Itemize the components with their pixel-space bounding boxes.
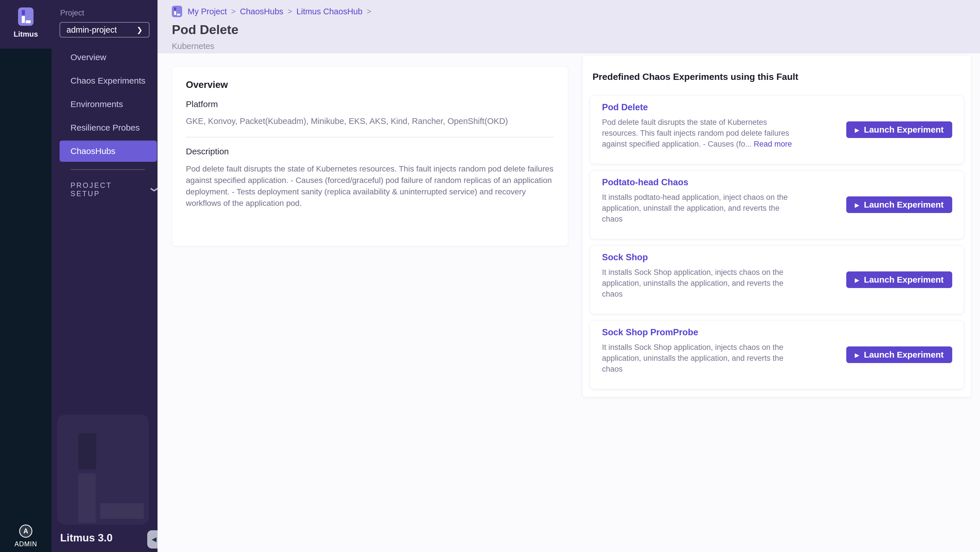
- page-title: Pod Delete: [172, 22, 980, 37]
- avatar-label: ADMIN: [14, 540, 37, 548]
- experiment-title-link[interactable]: Pod Delete: [602, 102, 800, 113]
- overview-divider: [186, 137, 554, 137]
- description-label: Description: [186, 146, 554, 156]
- sidebar: Project admin-project ❯ OverviewChaos Ex…: [51, 0, 158, 552]
- sidebar-item-label: Overview: [70, 52, 106, 62]
- play-icon: ▶: [855, 202, 859, 208]
- left-rail: Litmus A ADMIN: [0, 0, 51, 552]
- fault-description: Pod delete fault disrupts the state of K…: [186, 163, 554, 209]
- logo-horizontal-bar: [26, 20, 31, 23]
- app-root: Litmus A ADMIN Project admin-project ❯ O…: [0, 0, 980, 552]
- experiments-heading: Predefined Chaos Experiments using this …: [592, 72, 964, 82]
- rail-user-block: A ADMIN: [0, 525, 51, 548]
- experiment-card-sock-shop-promprobe: Sock Shop PromProbe It installs Sock Sho…: [590, 320, 964, 389]
- breadcrumb-litmus-icon: [172, 6, 182, 17]
- experiment-description: It installs Sock Shop application, injec…: [602, 342, 800, 374]
- sidebar-item-label: ChaosHubs: [70, 146, 115, 156]
- launch-experiment-button[interactable]: ▶ Launch Experiment: [846, 121, 952, 138]
- sidebar-item-chaos-experiments[interactable]: Chaos Experiments: [51, 69, 158, 92]
- litmus-logo-icon: [18, 8, 33, 26]
- platform-list: GKE, Konvoy, Packet(Kubeadm), Minikube, …: [186, 116, 554, 126]
- launch-button-label: Launch Experiment: [864, 275, 943, 285]
- chevron-right-icon: ❯: [137, 26, 143, 34]
- watermark-vertical-bar: [78, 474, 95, 523]
- logo-cap-shape: [22, 10, 25, 15]
- logo-vertical-bar: [22, 16, 25, 23]
- watermark-cap-shape: [78, 433, 96, 469]
- version-label: Litmus 3.0: [60, 532, 113, 544]
- experiment-description: It installs Sock Shop application, injec…: [602, 267, 800, 299]
- launch-button-label: Launch Experiment: [864, 200, 943, 210]
- litmus-watermark: [57, 415, 149, 525]
- project-setup-label: PROJECT SETUP: [70, 181, 141, 198]
- launch-experiment-button[interactable]: ▶ Launch Experiment: [846, 347, 952, 363]
- breadcrumb-link-my-project[interactable]: My Project: [188, 7, 227, 16]
- experiment-card-sock-shop: Sock Shop It installs Sock Shop applicat…: [590, 245, 964, 314]
- breadcrumb-link-litmus-chaoshub[interactable]: Litmus ChaosHub: [296, 7, 363, 16]
- sidebar-item-chaoshubs[interactable]: ChaosHubs: [60, 141, 157, 162]
- launch-button-label: Launch Experiment: [864, 125, 943, 135]
- play-icon: ▶: [855, 127, 859, 133]
- experiment-card-podtato-head-chaos: Podtato-head Chaos It installs podtato-h…: [590, 170, 964, 239]
- sidebar-divider: [70, 169, 145, 170]
- main-area: My Project>ChaosHubs>Litmus ChaosHub> Po…: [158, 0, 980, 552]
- play-icon: ▶: [855, 352, 859, 358]
- logo-label: Litmus: [13, 30, 38, 39]
- avatar[interactable]: A: [19, 525, 32, 538]
- sidebar-nav: OverviewChaos ExperimentsEnvironmentsRes…: [51, 46, 158, 162]
- avatar-letter: A: [24, 527, 29, 535]
- sidebar-item-environments[interactable]: Environments: [51, 92, 158, 116]
- breadcrumb-link-chaoshubs[interactable]: ChaosHubs: [240, 7, 283, 16]
- project-select[interactable]: admin-project ❯: [60, 22, 150, 38]
- watermark-horizontal-bar: [100, 503, 144, 519]
- sidebar-item-overview[interactable]: Overview: [51, 46, 158, 69]
- page-subtitle: Kubernetes: [172, 41, 980, 51]
- experiment-description: Pod delete fault disrupts the state of K…: [602, 117, 800, 150]
- rail-logo-block: Litmus: [0, 0, 51, 49]
- read-more-link[interactable]: Read more: [754, 140, 792, 148]
- project-select-value: admin-project: [67, 25, 117, 35]
- experiments-panel: Predefined Chaos Experiments using this …: [583, 56, 971, 397]
- launch-experiment-button[interactable]: ▶ Launch Experiment: [846, 271, 952, 288]
- project-setup-toggle[interactable]: PROJECT SETUP ❯: [70, 181, 158, 198]
- experiment-description: It installs podtato-head application, in…: [602, 192, 800, 224]
- launch-button-label: Launch Experiment: [864, 350, 943, 360]
- chevron-left-icon: ◀: [152, 536, 157, 543]
- sidebar-item-resilience-probes[interactable]: Resilience Probes: [51, 116, 158, 140]
- breadcrumb-separator: >: [367, 7, 371, 16]
- page-header: My Project>ChaosHubs>Litmus ChaosHub> Po…: [158, 0, 980, 53]
- breadcrumb-separator: >: [288, 7, 292, 16]
- project-label: Project: [60, 9, 158, 17]
- sidebar-item-label: Chaos Experiments: [70, 76, 145, 86]
- sidebar-item-label: Environments: [70, 99, 123, 109]
- overview-title: Overview: [186, 79, 554, 90]
- breadcrumb-separator: >: [231, 7, 236, 16]
- sidebar-item-label: Resilience Probes: [70, 123, 140, 132]
- experiment-title-link[interactable]: Podtato-head Chaos: [602, 177, 800, 188]
- breadcrumb: My Project>ChaosHubs>Litmus ChaosHub>: [172, 6, 980, 17]
- experiment-card-list: Pod Delete Pod delete fault disrupts the…: [590, 95, 964, 389]
- overview-card: Overview Platform GKE, Konvoy, Packet(Ku…: [172, 67, 568, 246]
- experiment-title-link[interactable]: Sock Shop PromProbe: [602, 327, 800, 337]
- platform-label: Platform: [186, 99, 554, 109]
- experiment-title-link[interactable]: Sock Shop: [602, 252, 800, 262]
- launch-experiment-button[interactable]: ▶ Launch Experiment: [846, 196, 952, 213]
- play-icon: ▶: [855, 277, 859, 283]
- experiment-card-pod-delete: Pod Delete Pod delete fault disrupts the…: [590, 95, 964, 164]
